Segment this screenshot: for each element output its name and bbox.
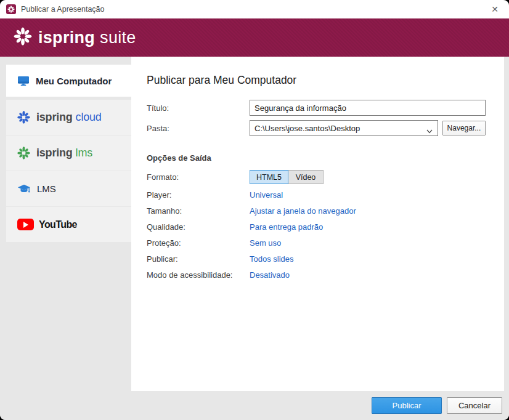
publish-slides-value-link[interactable]: Todos slides (250, 254, 294, 264)
title-field-label: Título: (147, 103, 250, 113)
accessibility-value-link[interactable]: Desativado (250, 270, 290, 280)
sidebar-item-youtube[interactable]: YouTube (6, 207, 131, 242)
title-bar: Publicar a Apresentação ✕ (0, 0, 509, 18)
sidebar-item-lms[interactable]: LMS (6, 171, 131, 206)
quality-value-link[interactable]: Para entrega padrão (250, 222, 323, 232)
dialog-body: Meu Computador ispring cloud ispring lms (0, 57, 509, 420)
chevron-down-icon[interactable] (426, 126, 433, 135)
dialog-footer: Publicar Cancelar (0, 391, 509, 420)
protection-value-link[interactable]: Sem uso (250, 238, 281, 248)
sidebar-item-ispring-cloud[interactable]: ispring cloud (6, 100, 131, 135)
sidebar-item-label: ispring (36, 111, 73, 124)
ispring-starburst-icon (14, 27, 32, 48)
publish-slides-label: Publicar: (147, 254, 250, 264)
sidebar-item-label-suffix: cloud (76, 111, 102, 124)
cancel-button[interactable]: Cancelar (447, 397, 502, 414)
output-options-section-title: Opções de Saída (147, 153, 486, 163)
ispring-app-icon (6, 4, 16, 14)
quality-label: Qualidade: (147, 222, 250, 232)
format-option-video[interactable]: Vídeo (288, 170, 324, 184)
brand-header: ispring suite (0, 18, 509, 57)
size-row: Tamanho: Ajustar a janela do navegador (147, 206, 486, 216)
accessibility-label: Modo de acessibilidade: (147, 270, 250, 280)
window-title: Publicar a Apresentação (21, 5, 105, 14)
publish-settings-panel: Publicar para Meu Computador Título: Pas… (131, 57, 504, 391)
sidebar-item-label: Meu Computador (36, 76, 112, 86)
protection-row: Proteção: Sem uso (147, 238, 486, 248)
publish-dialog-window: Publicar a Apresentação ✕ ispring suite (0, 0, 509, 420)
format-row: Formato: HTML5 Vídeo (147, 170, 486, 184)
folder-field-row: Pasta: C:\Users\jose.santos\Desktop Nave… (147, 120, 486, 136)
browse-button[interactable]: Navegar... (442, 121, 486, 135)
sidebar-item-my-computer[interactable]: Meu Computador (6, 65, 131, 97)
player-label: Player: (147, 190, 250, 200)
size-label: Tamanho: (147, 206, 250, 216)
folder-combobox-value: C:\Users\jose.santos\Desktop (254, 124, 360, 133)
page-title: Publicar para Meu Computador (147, 74, 486, 87)
accessibility-row: Modo de acessibilidade: Desativado (147, 270, 486, 280)
player-value-link[interactable]: Universal (250, 190, 283, 200)
publish-button[interactable]: Publicar (372, 397, 442, 414)
size-value-link[interactable]: Ajustar a janela do navegador (250, 206, 356, 216)
folder-field-label: Pasta: (147, 124, 250, 133)
sidebar-item-label: ispring (36, 147, 73, 160)
quality-row: Qualidade: Para entrega padrão (147, 222, 486, 232)
publish-destination-sidebar: Meu Computador ispring cloud ispring lms (6, 65, 131, 243)
format-option-html5[interactable]: HTML5 (250, 170, 288, 184)
folder-combobox[interactable]: C:\Users\jose.santos\Desktop (250, 120, 438, 136)
ispring-starburst-icon (17, 147, 30, 160)
format-label: Formato: (147, 172, 250, 182)
sidebar-item-ispring-lms[interactable]: ispring lms (6, 135, 131, 171)
brand-name: ispring (38, 28, 95, 47)
presentation-title-input[interactable] (250, 100, 486, 116)
format-segmented-control: HTML5 Vídeo (250, 170, 324, 184)
publish-slides-row: Publicar: Todos slides (147, 254, 486, 264)
player-row: Player: Universal (147, 190, 486, 200)
close-icon[interactable]: ✕ (484, 0, 505, 18)
sidebar-item-label: YouTube (39, 219, 77, 230)
title-field-row: Título: (147, 100, 486, 116)
sidebar-item-label: LMS (37, 184, 56, 194)
brand-product: suite (100, 28, 136, 47)
sidebar-item-label-suffix: lms (76, 147, 92, 160)
monitor-icon (17, 75, 30, 87)
ispring-starburst-icon (17, 111, 30, 124)
graduation-cap-icon (17, 182, 31, 196)
protection-label: Proteção: (147, 238, 250, 248)
youtube-icon (17, 219, 34, 230)
